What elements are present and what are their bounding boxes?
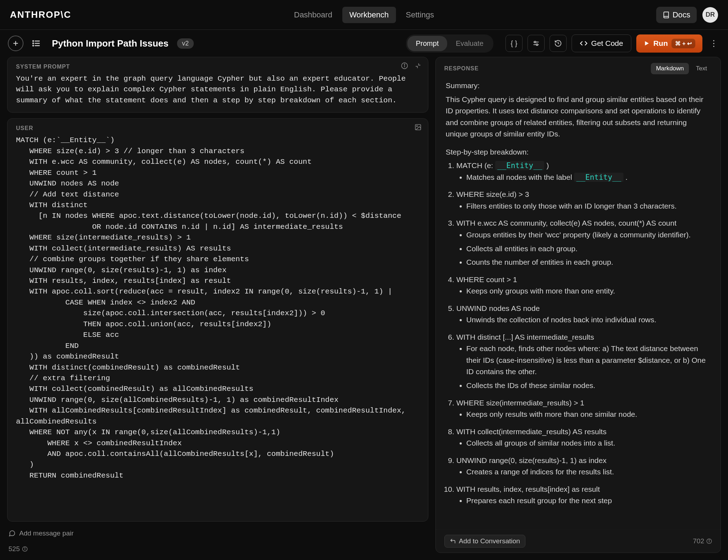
variables-button[interactable]: { } [505,35,523,52]
run-shortcut: ⌘ + ↩ [671,39,695,48]
step-item: WITH distinct [...] AS intermediate_resu… [456,332,711,392]
tab-evaluate[interactable]: Evaluate [447,36,492,51]
get-code-button[interactable]: Get Code [572,34,631,52]
step-heading: WHERE size(intermediate_results) > 1 [456,397,711,409]
step-heading: WITH distinct [...] AS intermediate_resu… [456,332,711,343]
nav-settings[interactable]: Settings [399,7,441,23]
view-markdown[interactable]: Markdown [651,63,689,74]
play-icon [643,40,650,47]
step-bullets: For each node, finds other nodes where: … [466,343,711,391]
response-card: RESPONSE Markdown Text Summary: This Cyp… [435,57,721,553]
docs-label: Docs [673,10,690,20]
info-small-icon-2[interactable] [706,538,712,544]
step-bullets: Collects all groups of similar nodes int… [466,437,711,449]
run-button[interactable]: Run ⌘ + ↩ [636,34,702,53]
step-heading: WHERE count > 1 [456,274,711,286]
avatar[interactable]: DR [702,7,718,23]
user-label: USER [16,125,419,131]
steps-list: MATCH (e: __Entity__ )Matches all nodes … [456,160,711,507]
step-item: WITH collect(intermediate_results) AS re… [456,426,711,449]
chat-plus-icon [9,530,16,537]
step-bullet: Keeps only results with more than one si… [466,409,711,420]
step-bullet: Keeps only groups with more than one ent… [466,285,711,297]
settings-sliders-button[interactable] [528,35,545,52]
code-icon [580,39,588,47]
step-bullet: Creates a range of indices for the resul… [466,466,711,478]
get-code-label: Get Code [591,39,623,48]
info-icon[interactable] [401,62,408,69]
step-item: WHERE size(intermediate_results) > 1Keep… [456,397,711,420]
add-conv-label: Add to Conversation [459,537,520,545]
step-heading: WHERE size(e.id) > 3 [456,189,711,200]
add-message-pair-button[interactable]: Add message pair [7,527,428,539]
response-body[interactable]: Summary: This Cypher query is designed t… [436,78,721,529]
more-menu-button[interactable]: ⋮ [707,38,720,48]
step-bullets: Creates a range of indices for the resul… [466,466,711,478]
step-item: WITH e.wcc AS community, collect(e) AS n… [456,217,711,268]
plus-icon [12,39,20,47]
svg-point-23 [709,540,709,540]
response-label: RESPONSE [444,65,479,72]
nav-workbench[interactable]: Workbench [342,7,396,23]
prompt-list-button[interactable] [28,36,44,51]
mode-tabs: Prompt Evaluate [406,34,493,53]
add-pair-label: Add message pair [19,529,74,537]
system-prompt-label: SYSTEM PROMPT [16,64,419,70]
view-text[interactable]: Text [691,63,712,74]
prompt-title[interactable]: Python Import Path Issues [52,38,168,49]
step-bullet: Collects all entities in each group. [466,243,711,255]
step-bullet: Collects the IDs of these similar nodes. [466,380,711,392]
add-to-conversation-button[interactable]: Add to Conversation [444,535,525,548]
left-token-count: 525 [9,545,20,553]
version-badge[interactable]: v2 [177,38,194,49]
history-icon [554,39,562,47]
svg-point-7 [33,45,33,46]
sliders-icon [532,39,540,47]
step-item: WHERE size(e.id) > 3Filters entities to … [456,189,711,212]
step-bullet: Filters entities to only those with an I… [466,200,711,212]
history-button[interactable] [550,35,567,52]
step-item: MATCH (e: __Entity__ )Matches all nodes … [456,160,711,183]
step-heading: MATCH (e: __Entity__ ) [456,160,711,172]
collapse-icon[interactable] [414,62,422,69]
step-item: UNWIND nodes AS nodeUnwinds the collecti… [456,303,711,326]
info-small-icon[interactable] [22,546,28,552]
system-prompt-card: SYSTEM PROMPT You're an expert in the gr… [7,57,428,113]
step-heading: WITH results, index, results[index] as r… [456,484,711,495]
response-view-toggle: Markdown Text [651,63,712,74]
step-bullet: Matches all nodes with the label __Entit… [466,172,711,183]
step-bullets: Keeps only groups with more than one ent… [466,285,711,297]
step-heading: UNWIND nodes AS node [456,303,711,314]
list-icon [32,39,41,48]
image-icon[interactable] [414,124,422,131]
code-token: __Entity__ [495,161,544,170]
step-bullets: Matches all nodes with the label __Entit… [466,172,711,183]
step-item: UNWIND range(0, size(results)-1, 1) as i… [456,455,711,478]
svg-point-5 [33,41,33,41]
summary-text: This Cypher query is designed to find an… [446,94,711,140]
step-bullet: Unwinds the collection of nodes back int… [466,314,711,326]
svg-point-20 [25,548,25,548]
tab-prompt[interactable]: Prompt [407,36,447,51]
step-bullets: Unwinds the collection of nodes back int… [466,314,711,326]
step-bullet: Counts the number of entities in each gr… [466,257,711,268]
svg-point-17 [417,126,418,127]
breakdown-heading: Step-by-step breakdown: [446,146,711,158]
step-bullet: Prepares each result group for the next … [466,495,711,507]
step-bullets: Prepares each result group for the next … [466,495,711,507]
new-prompt-button[interactable] [8,36,23,51]
step-item: WHERE count > 1Keeps only groups with mo… [456,274,711,297]
step-item: WITH results, index, results[index] as r… [456,484,711,507]
nav-dashboard[interactable]: Dashboard [287,7,339,23]
step-bullet: For each node, finds other nodes where: … [466,343,711,378]
summary-heading: Summary: [446,80,711,92]
braces-icon: { } [511,39,518,48]
brand-logo: ANTHROP\C [10,9,71,20]
user-message-text[interactable]: MATCH (e:`__Entity__`) WHERE size(e.id) … [16,135,419,481]
docs-button[interactable]: Docs [656,7,697,23]
run-label: Run [653,39,668,48]
svg-point-11 [536,44,538,45]
system-prompt-text[interactable]: You're an expert in the graph query lang… [16,74,419,106]
user-message-card: USER MATCH (e:`__Entity__`) WHERE size(e… [7,118,428,522]
kebab-icon: ⋮ [710,38,718,48]
